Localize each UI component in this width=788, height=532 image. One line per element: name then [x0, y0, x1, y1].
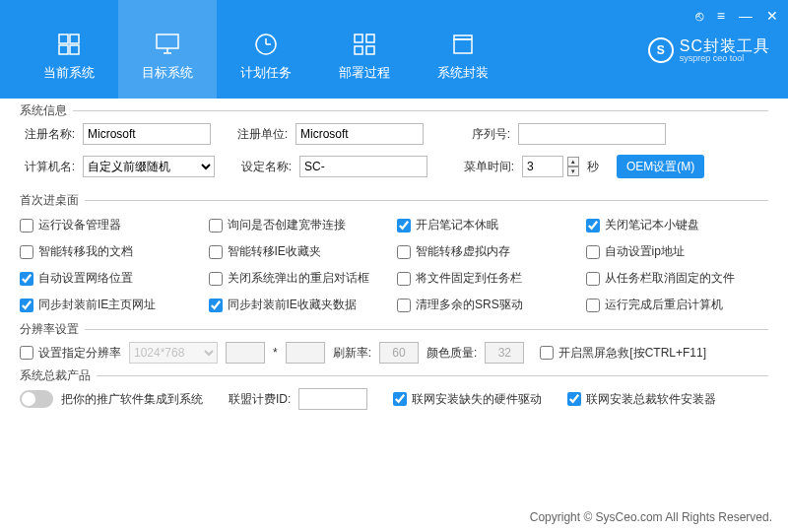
firstboot-checkbox-4[interactable]: 智能转移我的文档 — [20, 243, 203, 260]
minimize-icon[interactable]: — — [739, 8, 753, 24]
header: ⎋ ≡ — ✕ 当前系统 目标系统 计划任务 部署过程 系统封装 S SC封装工… — [0, 0, 788, 99]
windows-icon — [56, 31, 82, 58]
menu-time-input[interactable] — [522, 156, 563, 177]
close-icon[interactable]: ✕ — [766, 8, 778, 24]
firstboot-checkbox-0[interactable]: 运行设备管理器 — [20, 217, 203, 233]
section-first-boot: 首次进桌面 运行设备管理器询问是否创建宽带连接开启笔记本休眠关闭笔记本小键盘智能… — [20, 200, 768, 323]
reg-unit-label: 注册单位: — [232, 126, 288, 143]
firstboot-checkbox-8[interactable]: 自动设置网络位置 — [20, 270, 203, 287]
svg-rect-0 — [59, 34, 68, 43]
computer-name-select[interactable]: 自定义前缀随机 — [83, 156, 215, 177]
tab-system-seal[interactable]: 系统封装 — [414, 0, 512, 99]
chevron-up-icon[interactable]: ▴ — [567, 157, 579, 166]
section-president-products: 系统总裁产品 把你的推广软件集成到系统 联盟计费ID: 联网安装缺失的硬件驱动 … — [20, 375, 768, 416]
titlebar-controls: ⎋ ≡ — ✕ — [695, 8, 778, 24]
svg-rect-4 — [157, 34, 178, 48]
firstboot-checkbox-15[interactable]: 运行完成后重启计算机 — [586, 297, 769, 313]
tab-label: 当前系统 — [43, 64, 95, 82]
tab-label: 目标系统 — [142, 64, 193, 82]
firstboot-checkbox-7[interactable]: 自动设置ip地址 — [586, 243, 769, 260]
menu-time-label: 菜单时间: — [459, 159, 514, 175]
clock-icon — [253, 31, 279, 58]
oem-settings-button[interactable]: OEM设置(M) — [617, 155, 704, 178]
firstboot-checkbox-6[interactable]: 智能转移虚拟内存 — [397, 243, 580, 260]
tab-current-system[interactable]: 当前系统 — [20, 0, 118, 99]
svg-rect-13 — [366, 46, 374, 54]
svg-rect-2 — [59, 45, 68, 54]
serial-label: 序列号: — [455, 126, 510, 143]
colorq-label: 颜色质量: — [427, 345, 477, 362]
logo-sub: sysprep ceo tool — [680, 54, 770, 63]
tab-label: 计划任务 — [240, 64, 292, 82]
set-name-input[interactable] — [299, 156, 427, 177]
svg-rect-1 — [70, 34, 79, 43]
net-soft-checkbox[interactable]: 联网安装总裁软件安装器 — [567, 391, 716, 408]
refresh-label: 刷新率: — [333, 345, 371, 362]
tab-label: 部署过程 — [339, 64, 390, 82]
svg-rect-12 — [355, 46, 362, 54]
width-input[interactable] — [226, 342, 265, 364]
union-id-input[interactable] — [298, 388, 367, 410]
firstboot-checkbox-12[interactable]: 同步封装前IE主页网址 — [20, 297, 203, 313]
set-resolution-checkbox[interactable]: 设置指定分辨率 — [20, 345, 121, 362]
menu-time-spinner[interactable]: ▴▾ — [567, 157, 579, 176]
firstboot-checkbox-1[interactable]: 询问是否创建宽带连接 — [209, 217, 392, 233]
blackscreen-checkbox[interactable]: 开启黑屏急救[按CTRL+F11] — [540, 345, 706, 362]
integrate-label: 把你的推广软件集成到系统 — [61, 391, 203, 408]
menu-icon[interactable]: ≡ — [717, 8, 725, 24]
reg-unit-input[interactable] — [296, 123, 424, 145]
monitor-icon — [154, 31, 181, 58]
firstboot-checkbox-14[interactable]: 清理多余的SRS驱动 — [397, 297, 580, 313]
firstboot-checkbox-2[interactable]: 开启笔记本休眠 — [397, 217, 580, 233]
tab-scheduled-tasks[interactable]: 计划任务 — [217, 0, 315, 99]
section-system-info: 系统信息 注册名称: 注册单位: 序列号: 计算机名: 自定义前缀随机 设定名称… — [20, 110, 768, 194]
integrate-toggle[interactable] — [20, 390, 53, 408]
grid-icon — [352, 31, 377, 58]
content: 系统信息 注册名称: 注册单位: 序列号: 计算机名: 自定义前缀随机 设定名称… — [0, 99, 788, 426]
tab-target-system[interactable]: 目标系统 — [118, 0, 217, 99]
firstboot-checkbox-13[interactable]: 同步封装前IE收藏夹数据 — [209, 297, 392, 313]
firstboot-checkbox-11[interactable]: 从任务栏取消固定的文件 — [586, 270, 769, 287]
serial-input[interactable] — [518, 123, 666, 145]
section-resolution: 分辨率设置 设置指定分辨率 1024*768 * 刷新率: 颜色质量: 开启黑屏… — [20, 329, 768, 369]
legend: 分辨率设置 — [20, 321, 85, 338]
svg-rect-3 — [70, 45, 79, 54]
refresh-input[interactable] — [379, 342, 419, 364]
union-id-label: 联盟计费ID: — [229, 391, 291, 408]
colorq-input[interactable] — [485, 342, 524, 364]
package-icon — [450, 31, 476, 58]
main-tabs: 当前系统 目标系统 计划任务 部署过程 系统封装 — [0, 0, 512, 99]
footer-copyright: Copyright © SysCeo.com All Rights Reserv… — [530, 510, 772, 524]
firstboot-checkbox-5[interactable]: 智能转移IE收藏夹 — [209, 243, 392, 260]
height-input[interactable] — [286, 342, 325, 364]
svg-rect-10 — [355, 34, 362, 42]
legend: 首次进桌面 — [20, 192, 85, 209]
svg-rect-14 — [454, 39, 472, 53]
seconds-label: 秒 — [587, 159, 599, 175]
set-name-label: 设定名称: — [236, 159, 292, 175]
legend: 系统信息 — [20, 102, 73, 119]
firstboot-checkbox-10[interactable]: 将文件固定到任务栏 — [397, 270, 580, 287]
resolution-preset-select[interactable]: 1024*768 — [129, 342, 218, 364]
computer-name-label: 计算机名: — [20, 159, 75, 175]
user-icon[interactable]: ⎋ — [695, 8, 703, 24]
logo: S SC封装工具 sysprep ceo tool — [648, 37, 770, 63]
svg-rect-15 — [454, 35, 472, 39]
tab-label: 系统封装 — [437, 64, 489, 82]
logo-icon: S — [648, 37, 674, 63]
legend: 系统总裁产品 — [20, 367, 97, 384]
net-driver-checkbox[interactable]: 联网安装缺失的硬件驱动 — [393, 391, 542, 408]
logo-main: SC封装工具 — [680, 38, 770, 54]
svg-rect-11 — [366, 34, 374, 42]
chevron-down-icon[interactable]: ▾ — [567, 166, 579, 176]
tab-deploy-process[interactable]: 部署过程 — [315, 0, 414, 99]
firstboot-checkbox-9[interactable]: 关闭系统弹出的重启对话框 — [209, 270, 392, 287]
reg-name-input[interactable] — [83, 123, 211, 145]
times-label: * — [273, 346, 278, 360]
firstboot-checkbox-3[interactable]: 关闭笔记本小键盘 — [586, 217, 769, 233]
reg-name-label: 注册名称: — [20, 126, 75, 143]
